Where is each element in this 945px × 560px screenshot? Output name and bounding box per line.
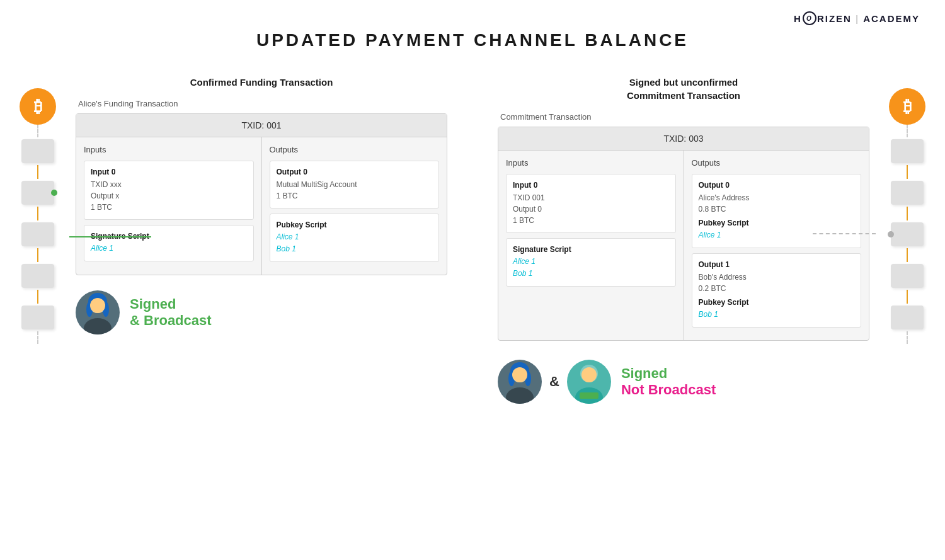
left-output0-btc: 1 BTC <box>277 190 433 202</box>
right-avatar-line2: Not Broadcast <box>621 382 716 398</box>
left-output0: Output 0 Mutual MultiSig Account 1 BTC <box>270 161 440 209</box>
alice-avatar-svg-right <box>498 360 542 404</box>
right-pubkey1-val: Bob 1 <box>699 309 855 321</box>
left-avatar-section: Signed & Broadcast <box>76 290 447 334</box>
chain-dot-left <box>51 190 57 196</box>
right-output1-title: Output 1 <box>699 260 855 269</box>
svg-point-11 <box>512 367 527 382</box>
content-right: Signed but unconfirmed Commitment Transa… <box>472 63 869 560</box>
chain-line-solid-1 <box>37 165 38 179</box>
right-inputs-section: Inputs Input 0 TXID 001 Output 0 1 BTC S… <box>498 151 684 340</box>
avatar-bob <box>567 360 611 404</box>
chain-block-1 <box>21 139 54 163</box>
right-input0-detail3: 1 BTC <box>513 215 669 226</box>
right-output0-title: Output 0 <box>699 181 855 190</box>
chain-block-3 <box>21 222 54 246</box>
logo-circle: O <box>803 11 816 25</box>
left-inputs-section: Inputs Input 0 TXID xxx Output x 1 BTC S… <box>76 137 262 275</box>
left-input0: Input 0 TXID xxx Output x 1 BTC <box>84 161 254 220</box>
bob-avatar-svg <box>567 360 611 404</box>
right-header-line2: Commitment Transaction <box>627 90 740 101</box>
left-sig-val: Alice 1 <box>91 243 247 254</box>
chain-line-solid-r2 <box>907 207 908 220</box>
right-output1-detail2: 0.2 BTC <box>699 283 855 294</box>
left-outputs-section: Outputs Output 0 Mutual MultiSig Account… <box>262 137 447 275</box>
left-output0-detail: Mutual MultiSig Account <box>277 179 433 190</box>
left-outputs-label: Outputs <box>270 145 440 154</box>
chain-block-r2 <box>891 181 924 205</box>
chain-line-solid-4 <box>37 290 38 304</box>
left-avatar-label: Signed & Broadcast <box>130 296 212 329</box>
svg-point-14 <box>581 367 597 382</box>
right-sig-val2: Bob 1 <box>513 268 669 280</box>
left-avatar-line2: & Broadcast <box>130 312 212 329</box>
right-output1: Output 1 Bob's Address 0.2 BTC Pubkey Sc… <box>692 253 862 328</box>
chain-line-solid-r3 <box>907 248 908 262</box>
chain-line-dashed-r1 <box>907 125 908 137</box>
right-tx-id: TXID: 003 <box>498 127 869 151</box>
left-pubkey-val2: Bob 1 <box>277 243 433 255</box>
chain-line-solid-r1 <box>907 165 908 179</box>
content-left: Confirmed Funding Transaction Alice's Fu… <box>76 63 472 560</box>
right-input0-title: Input 0 <box>513 181 669 190</box>
svg-point-5 <box>90 298 105 313</box>
chain-block-r4 <box>891 264 924 288</box>
svg-point-7 <box>506 387 534 404</box>
right-sig-script: Signature Script Alice 1 Bob 1 <box>506 238 676 287</box>
left-output0-title: Output 0 <box>277 168 433 176</box>
chain-line-solid-r4 <box>907 290 908 304</box>
connector-line-right <box>813 233 876 234</box>
left-inputs-label: Inputs <box>84 145 254 154</box>
chain-line-dashed-r2 <box>907 331 908 344</box>
right-tx-body: Inputs Input 0 TXID 001 Output 0 1 BTC S… <box>498 151 869 340</box>
left-tx-label: Alice's Funding Transaction <box>76 99 447 108</box>
right-pubkey0-title: Pubkey Script <box>699 219 855 227</box>
right-sig-title: Signature Script <box>513 245 669 254</box>
connector-line-left <box>69 236 151 237</box>
right-output1-detail1: Bob's Address <box>699 271 855 283</box>
chain-line-dashed-1 <box>37 125 38 137</box>
avatar-amp: & <box>549 374 559 390</box>
logo-text-academy: ACADEMY <box>863 13 920 24</box>
right-output0: Output 0 Alice's Address 0.8 BTC Pubkey … <box>692 174 862 248</box>
right-input0: Input 0 TXID 001 Output 0 1 BTC <box>506 174 676 233</box>
right-sig-val1: Alice 1 <box>513 256 669 268</box>
right-outputs-label: Outputs <box>692 158 862 168</box>
btc-icon-left: ₿ <box>20 88 56 125</box>
avatar-alice-right <box>498 360 542 404</box>
chain-line-solid-3 <box>37 248 38 262</box>
chain-right: ₿ <box>869 63 945 560</box>
chain-line-solid-2 <box>37 207 38 220</box>
right-avatar-line1: Signed <box>621 365 716 382</box>
right-output0-detail1: Alice's Address <box>699 192 855 203</box>
chain-block-r3 <box>891 222 924 246</box>
logo: H O RIZEN | ACADEMY <box>794 11 920 25</box>
chain-block-r5 <box>891 306 924 329</box>
left-tx-box: TXID: 001 Inputs Input 0 TXID xxx Output… <box>76 113 447 275</box>
page-title: UPDATED PAYMENT CHANNEL BALANCE <box>0 30 945 50</box>
right-section-header: Signed but unconfirmed Commitment Transa… <box>498 76 869 102</box>
chain-block-5 <box>21 306 54 329</box>
right-input0-detail2: Output 0 <box>513 203 669 215</box>
chain-block-4 <box>21 264 54 288</box>
right-input0-detail1: TXID 001 <box>513 192 669 203</box>
right-outputs-section: Outputs Output 0 Alice's Address 0.8 BTC… <box>684 151 869 340</box>
svg-point-1 <box>84 318 112 334</box>
left-input0-title: Input 0 <box>91 168 247 176</box>
right-pubkey1-title: Pubkey Script <box>699 298 855 307</box>
chain-block-r1 <box>891 139 924 163</box>
chain-line-dashed-2 <box>37 331 38 344</box>
right-tx-label: Commitment Transaction <box>498 112 869 122</box>
right-pubkey0-val: Alice 1 <box>699 229 855 241</box>
left-tx-id: TXID: 001 <box>76 114 447 137</box>
right-pubkey0-wrapper: Pubkey Script Alice 1 <box>699 219 855 241</box>
left-section-header: Confirmed Funding Transaction <box>76 76 447 89</box>
chain-dot-right <box>888 231 894 237</box>
right-avatar-section: & Signed Not Broadcast <box>498 360 869 404</box>
left-pubkey-val1: Alice 1 <box>277 231 433 243</box>
main-layout: ₿ Confirmed Funding Transaction Alice's … <box>0 63 945 560</box>
svg-rect-15 <box>580 392 598 399</box>
btc-icon-right: ₿ <box>889 88 925 125</box>
right-header-line1: Signed but unconfirmed <box>629 77 738 88</box>
right-avatar-label: Signed Not Broadcast <box>621 365 716 399</box>
